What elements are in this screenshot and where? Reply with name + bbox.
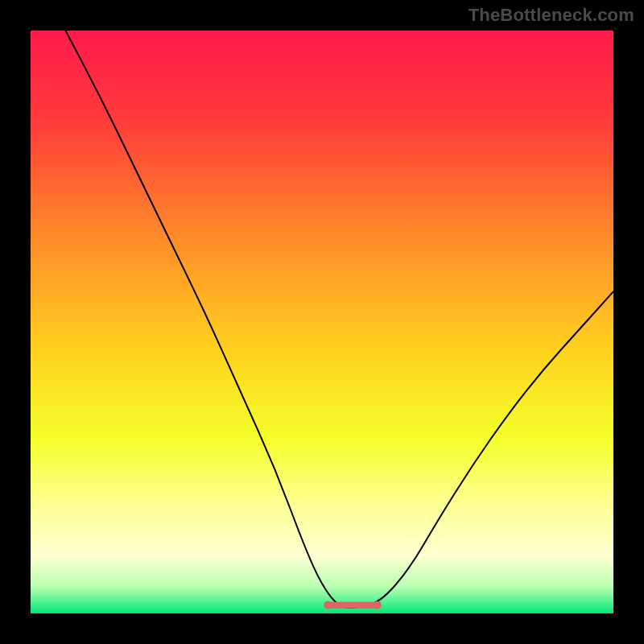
plot-area [31, 31, 613, 613]
bottleneck-chart [31, 31, 613, 613]
svg-point-2 [374, 601, 382, 609]
svg-point-1 [324, 601, 332, 609]
optimal-band-marker [324, 601, 382, 609]
gradient-background [31, 31, 613, 613]
chart-container: TheBottleneck.com [0, 0, 644, 644]
watermark-text: TheBottleneck.com [469, 5, 634, 26]
